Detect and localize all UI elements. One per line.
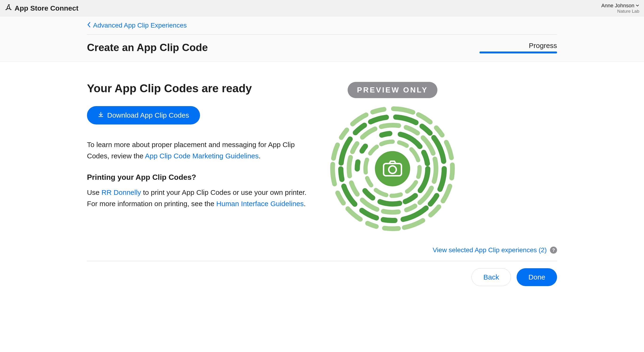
- breadcrumb-label: Advanced App Clip Experiences: [93, 22, 186, 29]
- progress-label: Progress: [480, 42, 557, 50]
- download-icon: [98, 111, 104, 119]
- view-selected-row: View selected App Clip experiences (2) ?: [87, 246, 557, 261]
- progress-indicator: Progress: [480, 42, 557, 53]
- user-name-label: Anne Johnson: [601, 3, 634, 9]
- marketing-guidelines-link[interactable]: App Clip Code Marketing Guidelines: [145, 152, 259, 160]
- footer-actions: Back Done: [87, 261, 557, 293]
- breadcrumb-row: Advanced App Clip Experiences: [87, 17, 557, 35]
- top-bar-left: App Store Connect: [5, 4, 78, 13]
- rr-donnelly-link[interactable]: RR Donnelly: [102, 189, 141, 196]
- chevron-down-icon: [636, 3, 639, 9]
- download-button[interactable]: Download App Clip Codes: [87, 106, 200, 124]
- breadcrumb-back-link[interactable]: Advanced App Clip Experiences: [87, 22, 186, 29]
- download-button-label: Download App Clip Codes: [107, 111, 189, 119]
- page-title: Create an App Clip Code: [87, 42, 208, 53]
- app-clip-code-preview: [329, 105, 456, 232]
- preview-badge: PREVIEW ONLY: [348, 82, 438, 98]
- view-selected-link[interactable]: View selected App Clip experiences (2): [433, 246, 547, 254]
- content-right: PREVIEW ONLY: [329, 82, 456, 232]
- hig-link[interactable]: Human Interface Guidelines: [216, 200, 304, 208]
- user-menu[interactable]: Anne Johnson Nature Lab: [601, 3, 639, 14]
- learn-more-paragraph: To learn more about proper placement and…: [87, 139, 315, 162]
- top-bar: App Store Connect Anne Johnson Nature La…: [0, 0, 644, 17]
- app-store-icon: [5, 4, 12, 13]
- printing-heading: Printing your App Clip Codes?: [87, 173, 315, 182]
- help-icon[interactable]: ?: [550, 247, 557, 254]
- progress-bar: [480, 52, 557, 53]
- page-title-row: Create an App Clip Code Progress: [87, 35, 557, 62]
- user-org-label: Nature Lab: [617, 9, 639, 14]
- content-left: Your App Clip Codes are ready Download A…: [87, 82, 315, 232]
- sub-header: Advanced App Clip Experiences Create an …: [0, 17, 644, 62]
- svg-point-6: [375, 151, 410, 186]
- done-button[interactable]: Done: [516, 268, 557, 286]
- main-content: Your App Clip Codes are ready Download A…: [0, 62, 644, 293]
- svg-point-0: [8, 5, 9, 5]
- app-title: App Store Connect: [14, 4, 78, 12]
- back-button[interactable]: Back: [472, 268, 511, 286]
- ready-heading: Your App Clip Codes are ready: [87, 82, 315, 95]
- chevron-left-icon: [87, 22, 91, 29]
- printing-paragraph: Use RR Donnelly to print your App Clip C…: [87, 187, 315, 209]
